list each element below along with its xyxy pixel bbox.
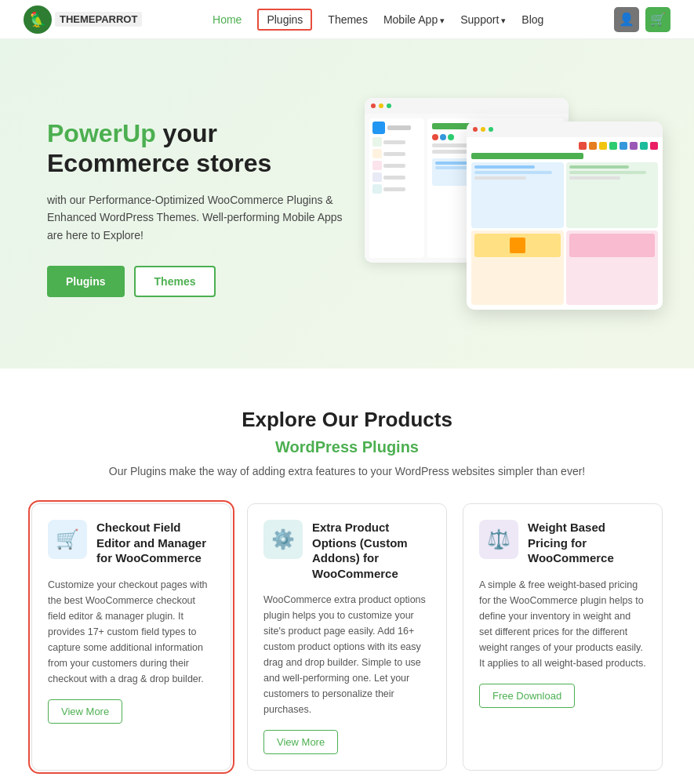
explore-description: Our Plugins make the way of adding extra… — [31, 463, 663, 480]
dot-green-2 — [489, 127, 493, 132]
plugin-card-header-1: 🛒 Checkout Field Editor and Manager for … — [48, 520, 215, 566]
dot-yellow — [379, 103, 383, 108]
dot-yellow-2 — [481, 127, 485, 132]
logo[interactable]: 🦜 THEMEPARROT — [24, 5, 142, 34]
plugin-card-header-3: ⚖️ Weight Based Pricing for WooCommerce — [479, 520, 646, 566]
explore-title: Explore Our Products — [31, 408, 663, 432]
plugin-card-extra-product: ⚙️ Extra Product Options (Custom Addons)… — [247, 503, 447, 771]
dot-red — [371, 103, 376, 108]
nav-home[interactable]: Home — [213, 13, 242, 26]
nav-icons: 👤 🛒 — [614, 7, 670, 32]
hero-text-block: PowerUp your Ecommerce stores with our P… — [47, 118, 345, 297]
dot-green — [387, 103, 391, 108]
logo-text: THEMEPARROT — [55, 12, 142, 27]
mockup-front — [467, 122, 663, 310]
dot-red-2 — [473, 127, 478, 132]
hero-title-highlight: PowerUp — [47, 119, 156, 147]
mockup-bar — [365, 98, 569, 114]
logo-icon: 🦜 — [24, 5, 52, 34]
extra-product-view-more-button[interactable]: View More — [263, 730, 338, 754]
plugin-card-checkout: 🛒 Checkout Field Editor and Manager for … — [31, 503, 231, 771]
extra-product-plugin-desc: WooCommerce extra product options plugin… — [263, 592, 431, 717]
hero-image — [365, 98, 663, 318]
weight-based-plugin-name: Weight Based Pricing for WooCommerce — [528, 520, 646, 566]
user-icon-button[interactable]: 👤 — [614, 7, 639, 32]
plugin-card-header-2: ⚙️ Extra Product Options (Custom Addons)… — [263, 520, 431, 581]
extra-product-plugin-icon: ⚙️ — [263, 520, 303, 559]
hero-section: PowerUp your Ecommerce stores with our P… — [0, 39, 694, 368]
checkout-view-more-button[interactable]: View More — [48, 699, 122, 724]
hero-themes-button[interactable]: Themes — [134, 266, 216, 297]
explore-section: Explore Our Products WordPress Plugins O… — [0, 368, 694, 784]
plugins-grid: 🛒 Checkout Field Editor and Manager for … — [31, 503, 663, 771]
weight-based-plugin-desc: A simple & free weight-based pricing for… — [479, 577, 646, 671]
nav-mobile-app[interactable]: Mobile App — [383, 13, 445, 26]
nav-blog[interactable]: Blog — [521, 13, 543, 26]
checkout-plugin-name: Checkout Field Editor and Manager for Wo… — [96, 520, 215, 566]
navbar: 🦜 THEMEPARROT Home Plugins Themes Mobile… — [0, 0, 694, 39]
weight-based-free-download-button[interactable]: Free Download — [479, 684, 575, 708]
hero-plugins-button[interactable]: Plugins — [47, 266, 125, 297]
hero-title: PowerUp your Ecommerce stores — [47, 118, 345, 179]
mockup-sidebar — [369, 118, 424, 258]
nav-menu: Home Plugins Themes Mobile App Support B… — [213, 9, 543, 31]
hero-buttons: Plugins Themes — [47, 266, 345, 297]
nav-support[interactable]: Support — [460, 13, 506, 26]
nav-themes[interactable]: Themes — [328, 13, 368, 26]
sidebar-item-1 — [372, 137, 421, 147]
hero-subtitle: with our Performance-Optimized WooCommer… — [47, 191, 345, 244]
checkout-plugin-icon: 🛒 — [48, 520, 87, 559]
nav-plugins[interactable]: Plugins — [257, 9, 312, 31]
extra-product-plugin-name: Extra Product Options (Custom Addons) fo… — [312, 520, 431, 581]
cart-icon-button[interactable]: 🛒 — [645, 7, 670, 32]
weight-based-plugin-icon: ⚖️ — [479, 520, 518, 559]
mockup-bar-2 — [467, 122, 663, 137]
checkout-plugin-desc: Customize your checkout pages with the b… — [48, 577, 215, 687]
explore-subtitle: WordPress Plugins — [31, 438, 663, 456]
plugin-card-weight-based: ⚖️ Weight Based Pricing for WooCommerce … — [463, 503, 663, 771]
